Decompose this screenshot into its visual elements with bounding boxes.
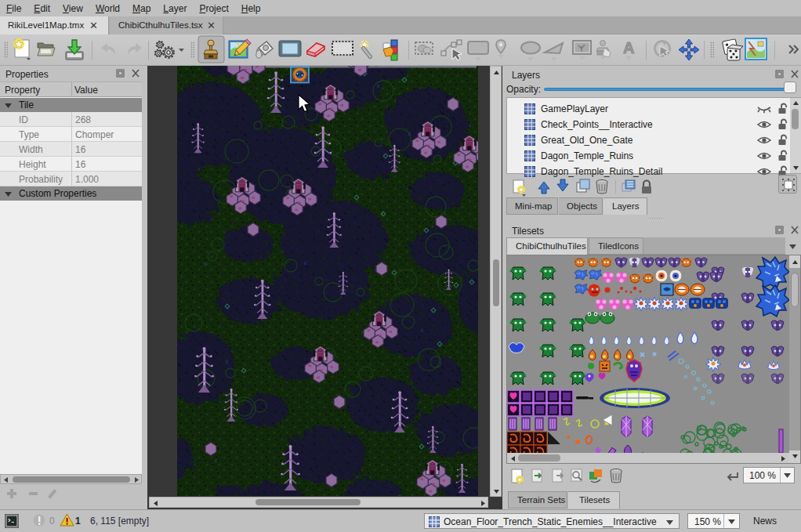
svg-text:A: A (623, 39, 634, 56)
